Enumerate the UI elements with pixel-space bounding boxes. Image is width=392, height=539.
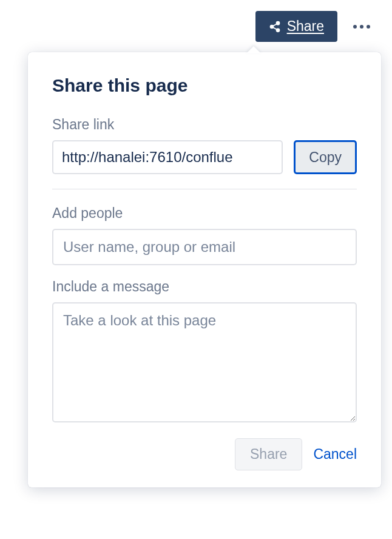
more-icon — [360, 25, 363, 29]
svg-point-0 — [276, 21, 279, 24]
share-link-input[interactable] — [52, 140, 283, 174]
divider — [52, 189, 357, 189]
svg-line-3 — [273, 24, 277, 25]
svg-point-1 — [270, 25, 273, 28]
svg-point-2 — [276, 29, 279, 32]
svg-line-4 — [273, 27, 277, 29]
share-popover: Share this page Share link Copy Add peop… — [28, 52, 381, 487]
popover-title: Share this page — [52, 75, 357, 96]
cancel-link[interactable]: Cancel — [313, 446, 357, 463]
share-link-label: Share link — [52, 117, 357, 133]
more-button[interactable] — [350, 21, 374, 32]
more-icon — [353, 25, 357, 29]
share-submit-button[interactable]: Share — [235, 438, 302, 470]
more-icon — [367, 25, 370, 29]
people-input[interactable] — [52, 229, 357, 265]
popover-actions: Share Cancel — [52, 438, 357, 470]
add-people-label: Add people — [52, 205, 357, 222]
message-textarea[interactable] — [52, 302, 357, 422]
share-button-label: Share — [287, 18, 324, 35]
share-icon — [269, 21, 281, 33]
message-label: Include a message — [52, 279, 357, 295]
share-link-row: Copy — [52, 140, 357, 174]
copy-button[interactable]: Copy — [294, 140, 357, 174]
share-button[interactable]: Share — [255, 11, 337, 42]
toolbar: Share — [255, 11, 374, 42]
